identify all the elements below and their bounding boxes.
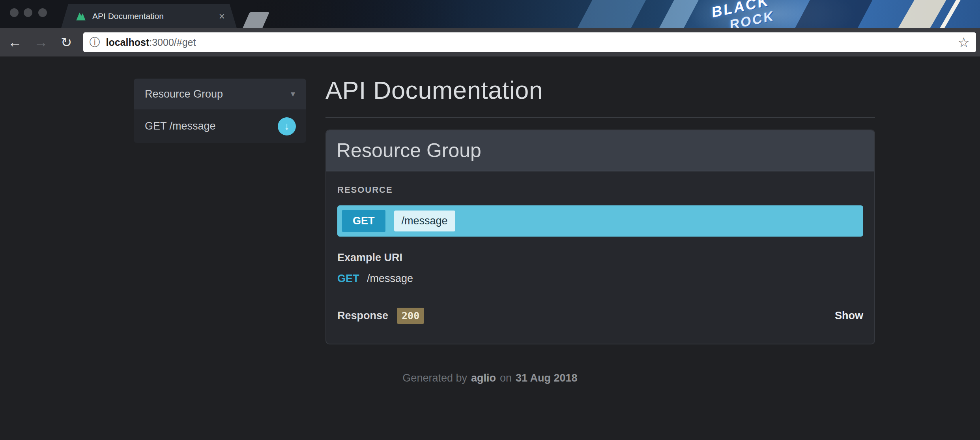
theme-wallpaper: BLACK ROCK: [252, 0, 980, 28]
show-response-button[interactable]: Show: [835, 310, 863, 322]
sidebar-group-dropdown[interactable]: Resource Group ▾: [134, 79, 306, 109]
window-control-close[interactable]: [10, 8, 19, 17]
sidebar-group-label: Resource Group: [145, 88, 223, 100]
url-path: :3000/#get: [149, 37, 196, 48]
resource-group-panel: Resource Group RESOURCE GET /message Exa…: [325, 130, 875, 344]
url-host: localhost: [106, 37, 150, 48]
generated-footer: Generated byaglioon31 Aug 2018: [0, 372, 980, 384]
sidebar-item-label: GET /message: [145, 120, 216, 132]
browser-tab-active[interactable]: API Documentation ×: [61, 4, 237, 28]
tab-title: API Documentation: [92, 11, 219, 21]
sidebar-nav: Resource Group ▾ GET /message ↓: [134, 79, 306, 143]
resource-group-heading: Resource Group: [326, 130, 874, 171]
example-method: GET: [337, 273, 359, 284]
footer-prefix: Generated by: [402, 372, 467, 384]
action-bar[interactable]: GET /message: [337, 205, 863, 237]
footer-date: 31 Aug 2018: [516, 372, 578, 384]
page-info-icon[interactable]: ⓘ: [90, 35, 100, 49]
response-label: Response: [337, 310, 388, 322]
jump-arrow-badge[interactable]: ↓: [278, 117, 296, 135]
forward-button[interactable]: →: [34, 35, 48, 49]
resource-label: RESOURCE: [337, 185, 863, 195]
resource-group-body: RESOURCE GET /message Example URI GET /m…: [326, 171, 874, 344]
wallpaper-stripe: [573, 0, 648, 28]
bookmark-star-icon[interactable]: ☆: [958, 34, 970, 50]
example-path: /message: [367, 273, 413, 284]
arrow-down-icon: ↓: [284, 120, 290, 132]
response-row: Response 200 Show: [337, 308, 863, 324]
window-control-zoom[interactable]: [38, 8, 47, 17]
browser-tab-strip: BLACK ROCK API Documentation ×: [0, 0, 980, 28]
reload-button[interactable]: ↻: [61, 36, 72, 49]
screen: BLACK ROCK API Documentation × ← → ↻ ⓘ l…: [0, 0, 980, 440]
window-control-minimize[interactable]: [24, 8, 32, 17]
uri-path-chip: /message: [394, 211, 455, 231]
tab-close-icon[interactable]: ×: [219, 11, 225, 21]
browser-toolbar: ← → ↻ ⓘ localhost:3000/#get ☆: [0, 28, 980, 56]
main-content: API Documentation Resource Group RESOURC…: [325, 78, 875, 344]
aglio-favicon-icon: [75, 11, 86, 22]
http-method-chip: GET: [342, 210, 385, 232]
footer-middle: on: [500, 372, 512, 384]
example-uri-label: Example URI: [337, 252, 863, 264]
chevron-down-icon: ▾: [291, 89, 295, 99]
title-divider: [325, 117, 875, 118]
sidebar-item-get-message[interactable]: GET /message ↓: [134, 109, 306, 143]
example-uri-value: GET /message: [337, 273, 863, 285]
address-bar[interactable]: ⓘ localhost:3000/#get ☆: [83, 32, 976, 52]
response-code-badge: 200: [397, 308, 424, 324]
back-button[interactable]: ←: [8, 35, 22, 49]
url-text: localhost:3000/#get: [106, 37, 196, 48]
footer-tool-link[interactable]: aglio: [471, 372, 496, 384]
page-title: API Documentation: [325, 78, 875, 103]
